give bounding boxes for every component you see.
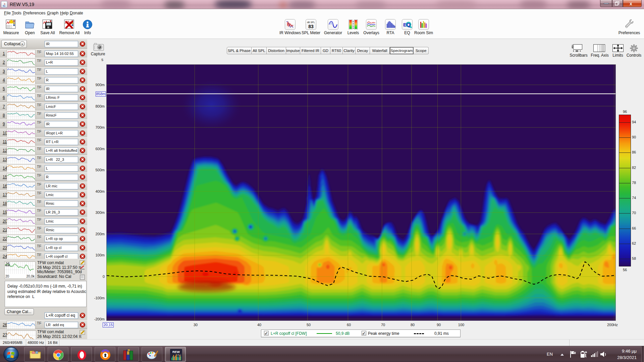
svg-text:9: 9 (353, 27, 354, 29)
svg-text:3: 3 (353, 23, 354, 25)
svg-text:0: 0 (353, 20, 354, 23)
svg-text:V5.1: V5.1 (177, 354, 181, 356)
svg-text:83: 83 (308, 24, 314, 29)
svg-text:REW: REW (172, 350, 180, 354)
svg-text:dB SPL: dB SPL (307, 21, 315, 23)
